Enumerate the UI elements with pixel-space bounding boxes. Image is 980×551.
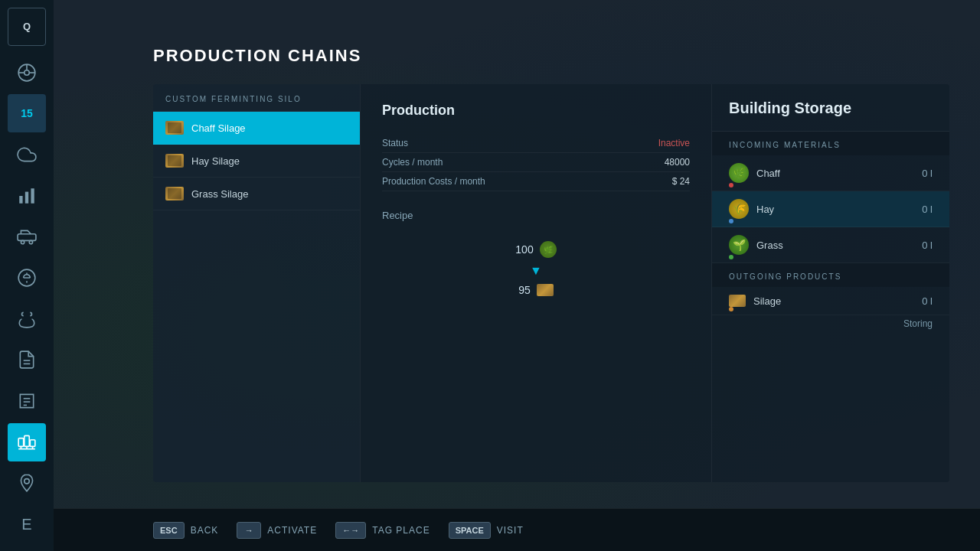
silage-status-dot bbox=[729, 307, 733, 311]
chain-item-chaff-silage[interactable]: Chaff Silage bbox=[153, 112, 360, 145]
svg-point-1 bbox=[24, 70, 30, 75]
stat-value-cycles: 48000 bbox=[665, 157, 690, 168]
stat-label-costs: Production Costs / month bbox=[382, 176, 485, 187]
sidebar-item-q[interactable]: Q bbox=[8, 8, 46, 46]
bottom-bar: ESC BACK → ACTIVATE ←→ TAG PLACE SPACE V… bbox=[54, 508, 980, 551]
chain-item-label-hay-silage: Hay Silage bbox=[191, 155, 240, 167]
recipe-input-amount: 100 bbox=[515, 243, 533, 256]
tagplace-key[interactable]: ←→ bbox=[335, 522, 366, 539]
activate-key[interactable]: → bbox=[237, 522, 261, 539]
grass-amount: 0 l bbox=[922, 240, 933, 251]
recipe-title: Recipe bbox=[382, 210, 690, 221]
chaff-name: Chaff bbox=[756, 168, 914, 179]
chain-item-hay-silage[interactable]: Hay Silage bbox=[153, 145, 360, 178]
chaff-status-dot bbox=[729, 183, 733, 187]
recipe-output-item: 95 bbox=[518, 284, 554, 296]
page-title: PRODUCTION CHAINS bbox=[153, 46, 949, 66]
outgoing-section: OUTGOING PRODUCTS Silage 0 l Storing bbox=[712, 263, 949, 335]
storage-item-silage: Silage 0 l bbox=[712, 287, 949, 315]
recipe-arrow-icon: ▼ bbox=[530, 264, 542, 278]
sidebar-item-animals[interactable] bbox=[8, 300, 46, 338]
silage-icon bbox=[729, 295, 746, 307]
chain-item-label-chaff-silage: Chaff Silage bbox=[191, 122, 246, 134]
production-stats: Status Inactive Cycles / month 48000 Pro… bbox=[382, 134, 690, 191]
sidebar-item-weather[interactable] bbox=[8, 135, 46, 174]
recipe-input-item: 100 🌿 bbox=[515, 241, 556, 258]
hotkey-group-activate: → ACTIVATE bbox=[237, 522, 317, 539]
esc-key[interactable]: ESC bbox=[153, 522, 185, 539]
silage-name: Silage bbox=[753, 295, 914, 307]
svg-rect-6 bbox=[25, 191, 28, 203]
storage-item-hay: 🌾 Hay 0 l bbox=[712, 191, 949, 227]
svg-rect-5 bbox=[19, 196, 22, 204]
hotkey-group-esc: ESC BACK bbox=[153, 522, 218, 539]
svg-rect-18 bbox=[24, 435, 30, 446]
sidebar-item-map[interactable] bbox=[8, 465, 46, 503]
tagplace-label: TAG PLACE bbox=[372, 525, 430, 536]
chaff-silage-icon bbox=[165, 121, 184, 135]
svg-rect-8 bbox=[18, 234, 36, 241]
svg-rect-7 bbox=[31, 188, 34, 204]
svg-rect-19 bbox=[30, 439, 35, 446]
hay-silage-icon bbox=[165, 154, 184, 168]
recipe-section: Recipe 100 🌿 ▼ 95 bbox=[382, 210, 690, 304]
stat-row-cycles: Cycles / month 48000 bbox=[382, 153, 690, 172]
svg-rect-17 bbox=[18, 438, 24, 446]
recipe-flow: 100 🌿 ▼ 95 bbox=[382, 233, 690, 304]
hotkey-group-visit: SPACE VISIT bbox=[449, 522, 524, 539]
svg-point-9 bbox=[21, 241, 24, 244]
storage-item-grass: 🌱 Grass 0 l bbox=[712, 227, 949, 263]
stat-label-cycles: Cycles / month bbox=[382, 157, 443, 168]
storing-label: Storing bbox=[712, 315, 949, 335]
sidebar-item-contracts[interactable] bbox=[8, 341, 46, 380]
sidebar-item-log[interactable] bbox=[8, 382, 46, 420]
storage-item-chaff: 🌿 Chaff 0 l bbox=[712, 155, 949, 191]
stat-value-costs: $ 24 bbox=[672, 176, 690, 187]
storage-panel: Building Storage INCOMING MATERIALS 🌿 Ch… bbox=[712, 84, 949, 482]
incoming-section: INCOMING MATERIALS 🌿 Chaff 0 l 🌾 Hay 0 l… bbox=[712, 132, 949, 263]
chains-section-title: CUSTOM FERMINTING SILO bbox=[153, 84, 360, 112]
hay-name: Hay bbox=[756, 204, 914, 215]
silage-amount: 0 l bbox=[922, 295, 933, 307]
hay-amount: 0 l bbox=[922, 204, 933, 215]
grass-icon: 🌱 bbox=[729, 235, 749, 255]
recipe-output-amount: 95 bbox=[518, 284, 531, 296]
esc-label: BACK bbox=[191, 525, 219, 536]
production-panel-title: Production bbox=[382, 103, 690, 119]
sidebar-item-vehicles[interactable] bbox=[8, 217, 46, 256]
panels-container: CUSTOM FERMINTING SILO Chaff Silage Hay … bbox=[153, 84, 949, 482]
grass-name: Grass bbox=[756, 240, 914, 251]
sidebar-item-calendar[interactable]: 15 bbox=[8, 94, 46, 132]
visit-key[interactable]: SPACE bbox=[449, 522, 491, 539]
chain-item-grass-silage[interactable]: Grass Silage bbox=[153, 178, 360, 210]
production-panel: Production Status Inactive Cycles / mont… bbox=[360, 84, 712, 482]
recipe-chaff-icon: 🌿 bbox=[540, 241, 557, 258]
hay-status-dot bbox=[729, 219, 733, 223]
stat-row-costs: Production Costs / month $ 24 bbox=[382, 172, 690, 191]
visit-label: VISIT bbox=[497, 525, 524, 536]
hotkey-group-tagplace: ←→ TAG PLACE bbox=[335, 522, 430, 539]
chains-panel: CUSTOM FERMINTING SILO Chaff Silage Hay … bbox=[153, 84, 360, 482]
sidebar-item-stats[interactable] bbox=[8, 177, 46, 215]
sidebar-item-steering[interactable] bbox=[8, 54, 46, 92]
activate-label: ACTIVATE bbox=[267, 525, 317, 536]
sidebar: Q 15 E bbox=[0, 0, 54, 551]
incoming-section-header: INCOMING MATERIALS bbox=[712, 132, 949, 155]
svg-point-24 bbox=[24, 479, 30, 484]
grass-silage-icon bbox=[165, 187, 184, 201]
storage-panel-title: Building Storage bbox=[712, 84, 949, 132]
stat-row-status: Status Inactive bbox=[382, 134, 690, 153]
sidebar-item-production[interactable] bbox=[8, 423, 46, 461]
chain-item-label-grass-silage: Grass Silage bbox=[191, 188, 248, 200]
recipe-silage-icon bbox=[537, 284, 554, 296]
stat-value-status: Inactive bbox=[658, 138, 690, 148]
outgoing-section-header: OUTGOING PRODUCTS bbox=[712, 263, 949, 287]
sidebar-item-e[interactable]: E bbox=[8, 505, 46, 543]
hay-icon: 🌾 bbox=[729, 199, 749, 219]
main-content: PRODUCTION CHAINS CUSTOM FERMINTING SILO… bbox=[54, 0, 980, 551]
grass-status-dot bbox=[729, 255, 733, 259]
chaff-icon: 🌿 bbox=[729, 163, 749, 183]
svg-point-10 bbox=[29, 241, 32, 244]
chaff-amount: 0 l bbox=[922, 168, 933, 179]
sidebar-item-finances[interactable] bbox=[8, 259, 46, 297]
